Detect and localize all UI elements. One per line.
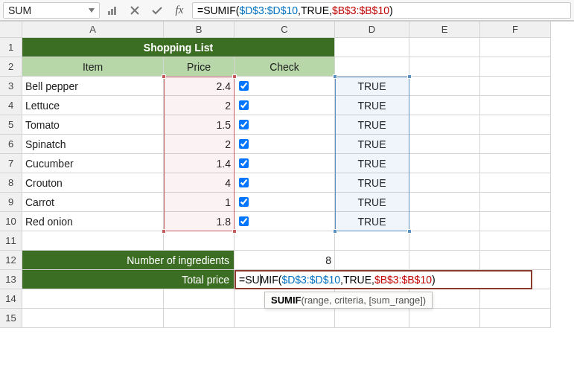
item-price[interactable]: 2 [164, 96, 235, 115]
cell[interactable] [480, 115, 551, 135]
cell[interactable] [335, 309, 409, 328]
item-true[interactable]: TRUE [335, 212, 409, 231]
cell[interactable] [480, 193, 551, 212]
col-header-A[interactable]: A [22, 22, 164, 38]
cell[interactable] [235, 309, 335, 328]
cell[interactable] [480, 77, 551, 96]
item-name[interactable]: Spinatch [22, 135, 164, 154]
row-header[interactable]: 9 [0, 193, 22, 212]
cell[interactable] [335, 231, 409, 251]
row-header[interactable]: 7 [0, 154, 22, 173]
cell[interactable] [409, 212, 480, 231]
row-header[interactable]: 11 [0, 231, 22, 251]
item-check-cell[interactable] [235, 96, 335, 115]
cell[interactable] [409, 231, 480, 251]
total-label[interactable]: Total price [22, 270, 235, 289]
count-label[interactable]: Number of ingredients [22, 251, 235, 270]
item-price[interactable]: 2.4 [164, 77, 235, 96]
row-header[interactable]: 2 [0, 57, 22, 77]
item-check-cell[interactable] [235, 135, 335, 154]
cell[interactable] [235, 231, 335, 251]
cell[interactable] [22, 231, 164, 251]
enter-icon[interactable] [147, 2, 167, 19]
cell[interactable] [480, 309, 551, 328]
cell[interactable] [409, 309, 480, 328]
item-checkbox[interactable] [239, 100, 249, 110]
item-check-cell[interactable] [235, 173, 335, 193]
row-header[interactable]: 5 [0, 115, 22, 135]
item-price[interactable]: 1.4 [164, 154, 235, 173]
item-check-cell[interactable] [235, 212, 335, 231]
cell[interactable] [409, 57, 480, 77]
item-check-cell[interactable] [235, 154, 335, 173]
cell[interactable] [409, 96, 480, 115]
cell[interactable] [480, 135, 551, 154]
item-name[interactable]: Crouton [22, 173, 164, 193]
row-header[interactable]: 15 [0, 309, 22, 328]
row-header[interactable]: 13 [0, 270, 22, 289]
item-price[interactable]: 4 [164, 173, 235, 193]
select-all-corner[interactable] [0, 22, 22, 38]
cell[interactable] [480, 173, 551, 193]
item-price[interactable]: 1 [164, 193, 235, 212]
cell[interactable] [480, 289, 551, 309]
item-true[interactable]: TRUE [335, 173, 409, 193]
cell[interactable] [480, 154, 551, 173]
item-true[interactable]: TRUE [335, 193, 409, 212]
item-checkbox[interactable] [239, 120, 249, 129]
row-header[interactable]: 4 [0, 96, 22, 115]
item-name[interactable]: Lettuce [22, 96, 164, 115]
cell[interactable] [409, 193, 480, 212]
item-name[interactable]: Carrot [22, 193, 164, 212]
col-header-C[interactable]: C [235, 22, 335, 38]
cell[interactable] [480, 38, 551, 57]
cell[interactable] [335, 38, 409, 57]
item-checkbox[interactable] [239, 139, 249, 149]
cell[interactable] [409, 173, 480, 193]
cell[interactable] [480, 251, 551, 270]
row-header[interactable]: 8 [0, 173, 22, 193]
row-header[interactable]: 14 [0, 289, 22, 309]
row-header[interactable]: 1 [0, 38, 22, 57]
item-price[interactable]: 2 [164, 135, 235, 154]
item-true[interactable]: TRUE [335, 77, 409, 96]
header-price[interactable]: Price [164, 57, 235, 77]
item-checkbox[interactable] [239, 178, 249, 187]
formula-input[interactable]: =SUMIF($D$3:$D$10,TRUE,$B$3:$B$10) [192, 2, 571, 19]
item-checkbox[interactable] [239, 197, 249, 207]
fx-icon[interactable]: fx [170, 2, 189, 19]
item-name[interactable]: Red onion [22, 212, 164, 231]
insert-chart-icon[interactable] [103, 2, 122, 19]
cell[interactable] [22, 289, 164, 309]
cell[interactable] [480, 96, 551, 115]
row-header[interactable]: 10 [0, 212, 22, 231]
item-price[interactable]: 1.8 [164, 212, 235, 231]
cell[interactable] [409, 251, 480, 270]
row-header[interactable]: 6 [0, 135, 22, 154]
item-name[interactable]: Bell pepper [22, 77, 164, 96]
item-true[interactable]: TRUE [335, 154, 409, 173]
cell[interactable] [480, 212, 551, 231]
title-cell[interactable]: Shopping List [22, 38, 335, 57]
item-true[interactable]: TRUE [335, 115, 409, 135]
cell[interactable] [164, 289, 235, 309]
cell[interactable] [409, 115, 480, 135]
item-checkbox[interactable] [239, 81, 249, 91]
cell[interactable] [164, 231, 235, 251]
item-checkbox[interactable] [239, 216, 249, 226]
cell[interactable] [480, 57, 551, 77]
item-name[interactable]: Tomato [22, 115, 164, 135]
row-header[interactable]: 3 [0, 77, 22, 96]
cell[interactable] [335, 57, 409, 77]
item-checkbox[interactable] [239, 158, 249, 168]
item-name[interactable]: Cucumber [22, 154, 164, 173]
col-header-D[interactable]: D [335, 22, 409, 38]
cell[interactable] [164, 309, 235, 328]
spreadsheet-grid[interactable]: A B C D E F 1 Shopping List 2 Item Price… [0, 21, 574, 328]
cell[interactable] [480, 231, 551, 251]
item-true[interactable]: TRUE [335, 135, 409, 154]
cell[interactable] [22, 309, 164, 328]
cell-editor[interactable]: =SUMIF($D$3:$D$10,TRUE,$B$3:$B$10) [235, 270, 532, 289]
item-check-cell[interactable] [235, 193, 335, 212]
name-box[interactable]: SUM [3, 2, 100, 19]
